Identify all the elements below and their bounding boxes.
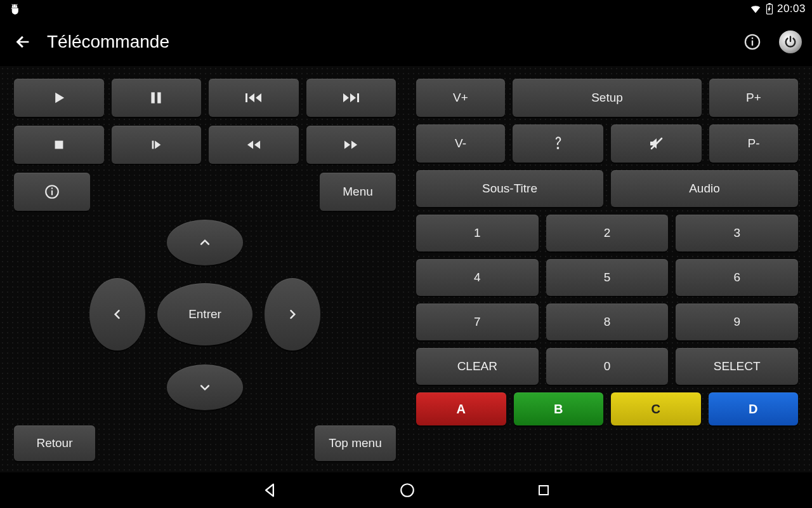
prog-up-button[interactable]: P+ <box>709 79 798 117</box>
svg-rect-5 <box>752 41 753 46</box>
svg-rect-18 <box>539 486 548 495</box>
top-menu-button[interactable]: Top menu <box>315 425 396 461</box>
color-key-c[interactable]: C <box>611 392 701 425</box>
keypad-2[interactable]: 2 <box>546 215 669 251</box>
pause-button[interactable] <box>112 79 202 117</box>
keypad-6[interactable]: 6 <box>676 259 798 296</box>
keypad-4[interactable]: 4 <box>416 259 539 296</box>
keypad: 1 2 3 4 5 6 7 8 9 CLEAR 0 SELECT <box>416 215 798 385</box>
skip-next-button[interactable] <box>306 79 396 117</box>
info-header-icon[interactable] <box>741 30 764 53</box>
svg-rect-3 <box>768 3 771 4</box>
help-button[interactable] <box>513 124 603 163</box>
dpad-up[interactable] <box>167 220 243 265</box>
keypad-1[interactable]: 1 <box>416 215 539 251</box>
play-button[interactable] <box>14 79 104 117</box>
keypad-5[interactable]: 5 <box>546 259 669 296</box>
vol-up-button[interactable]: V+ <box>416 79 505 117</box>
keypad-clear[interactable]: CLEAR <box>416 348 539 385</box>
retour-button[interactable]: Retour <box>14 425 95 461</box>
keypad-select[interactable]: SELECT <box>676 348 798 385</box>
svg-rect-10 <box>357 93 359 102</box>
info-button[interactable] <box>14 173 90 211</box>
status-clock: 20:03 <box>777 3 806 15</box>
svg-rect-12 <box>152 141 154 149</box>
dpad-left[interactable] <box>89 278 145 351</box>
subtitle-button[interactable]: Sous-Titre <box>416 170 603 207</box>
back-arrow-icon[interactable] <box>14 33 32 51</box>
nav-recents-icon[interactable] <box>536 483 551 498</box>
nav-back-icon[interactable] <box>261 481 278 499</box>
app-bar: Télécommande <box>0 18 812 66</box>
android-debug-icon <box>9 3 20 15</box>
audio-button[interactable]: Audio <box>611 170 798 207</box>
svg-point-1 <box>15 5 16 6</box>
rewind-button[interactable] <box>209 126 299 164</box>
color-key-d[interactable]: D <box>709 392 799 425</box>
android-status-bar: 20:03 <box>0 0 812 18</box>
svg-point-0 <box>13 5 13 6</box>
page-title: Télécommande <box>47 32 169 52</box>
fast-forward-button[interactable] <box>306 126 396 164</box>
svg-point-17 <box>401 484 414 497</box>
power-icon[interactable] <box>779 30 802 53</box>
svg-rect-7 <box>152 92 155 103</box>
dpad-enter[interactable]: Entrer <box>157 283 252 345</box>
keypad-7[interactable]: 7 <box>416 304 539 340</box>
dpad: Entrer <box>72 220 338 410</box>
keypad-9[interactable]: 9 <box>676 304 798 340</box>
keypad-0[interactable]: 0 <box>546 348 669 385</box>
battery-icon <box>766 3 773 15</box>
mute-button[interactable] <box>611 124 702 163</box>
dpad-down[interactable] <box>167 364 243 410</box>
color-key-a[interactable]: A <box>416 392 506 425</box>
svg-rect-8 <box>157 92 160 103</box>
android-nav-bar <box>0 472 812 508</box>
svg-rect-14 <box>51 190 53 196</box>
dpad-right[interactable] <box>265 278 320 351</box>
setup-button[interactable]: Setup <box>513 79 702 117</box>
svg-rect-15 <box>51 188 53 189</box>
color-key-b[interactable]: B <box>514 392 604 425</box>
wifi-icon <box>749 4 762 14</box>
svg-rect-11 <box>55 141 63 149</box>
stop-button[interactable] <box>14 126 104 164</box>
vol-down-button[interactable]: V- <box>416 124 505 163</box>
nav-home-icon[interactable] <box>399 482 416 498</box>
prog-down-button[interactable]: P- <box>709 124 798 163</box>
keypad-8[interactable]: 8 <box>546 304 669 340</box>
svg-rect-9 <box>246 93 247 102</box>
menu-button[interactable]: Menu <box>320 173 396 211</box>
svg-rect-6 <box>752 37 753 39</box>
step-frame-button[interactable] <box>112 126 202 164</box>
skip-prev-button[interactable] <box>209 79 299 117</box>
keypad-3[interactable]: 3 <box>676 215 798 251</box>
